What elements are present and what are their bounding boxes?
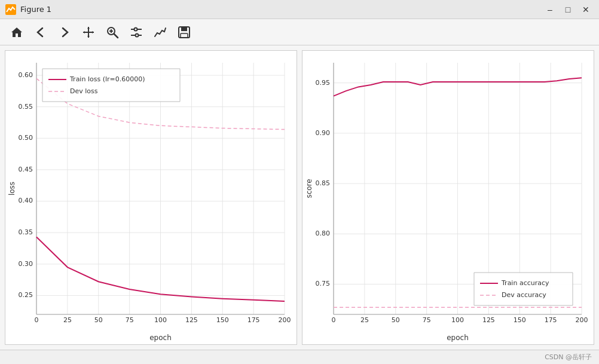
main-content (0, 45, 599, 350)
svg-marker-5 (87, 36, 90, 38)
status-text: CSDN @岳轩子 (545, 353, 592, 362)
home-button[interactable] (7, 23, 26, 42)
svg-marker-6 (83, 31, 85, 33)
save-button[interactable] (175, 23, 194, 42)
pan-icon (82, 26, 95, 39)
app-icon (5, 4, 17, 16)
svg-marker-7 (92, 31, 94, 33)
forward-icon (58, 26, 71, 39)
zoom-button[interactable] (103, 23, 122, 42)
line-icon (154, 26, 167, 39)
svg-rect-20 (181, 33, 188, 38)
right-chart (302, 50, 594, 345)
config-button[interactable] (127, 23, 146, 42)
line-button[interactable] (151, 23, 170, 42)
svg-marker-4 (87, 27, 90, 29)
window-controls: – □ ✕ (542, 2, 594, 17)
left-chart (5, 50, 297, 345)
toolbar (0, 19, 599, 45)
svg-line-9 (114, 34, 118, 38)
config-icon (130, 26, 143, 39)
window-title: Figure 1 (20, 5, 542, 14)
status-bar: CSDN @岳轩子 (0, 350, 599, 364)
pan-button[interactable] (79, 23, 98, 42)
title-bar: Figure 1 – □ ✕ (0, 0, 599, 19)
minimize-button[interactable]: – (542, 2, 558, 17)
svg-point-14 (135, 27, 137, 30)
maximize-button[interactable]: □ (560, 2, 576, 17)
back-icon (34, 26, 47, 39)
svg-point-17 (136, 33, 139, 36)
zoom-icon (106, 26, 119, 39)
svg-marker-1 (11, 27, 22, 37)
right-chart-canvas (302, 51, 594, 344)
close-button[interactable]: ✕ (577, 2, 594, 17)
forward-button[interactable] (55, 23, 74, 42)
save-icon (178, 26, 191, 39)
back-button[interactable] (31, 23, 50, 42)
left-chart-canvas (5, 51, 297, 344)
svg-rect-19 (181, 27, 187, 31)
home-icon (10, 26, 23, 39)
